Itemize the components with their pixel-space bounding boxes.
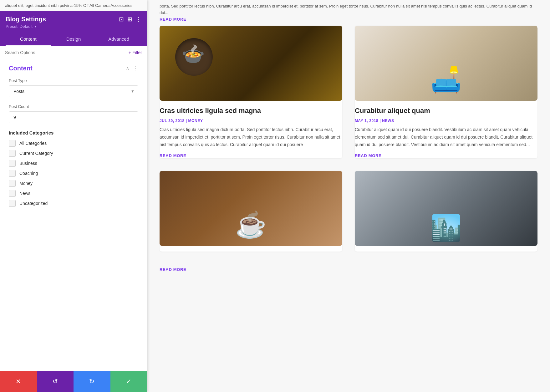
post-count-field: Post Count — [9, 104, 138, 123]
panel-top-bar: aliquet elit, eget tincidunt nibh pulvin… — [0, 0, 147, 11]
save-icon: ✓ — [126, 378, 131, 385]
bottom-read-more[interactable]: READ MORE — [160, 264, 186, 278]
blog-card-1-image — [160, 26, 342, 101]
columns-icon[interactable]: ⊞ — [127, 17, 132, 22]
preset-row[interactable]: Preset: Default ▼ — [6, 24, 141, 29]
blog-settings-header: Blog Settings ⊡ ⊞ ⋮ Preset: Default ▼ Co… — [0, 11, 147, 46]
blog-card-4-image — [355, 171, 537, 246]
blog-settings-title-text: Blog Settings — [6, 16, 46, 23]
blog-card-1-title: Cras ultricies ligula sed magna — [160, 106, 342, 115]
cancel-button[interactable]: ✕ — [0, 371, 37, 392]
blog-card-2-meta: Curabitur aliquet quam MAY 1, 2018 | NEW… — [355, 101, 537, 158]
checkbox-money[interactable] — [9, 180, 16, 187]
post-type-select-wrapper: Posts Pages Custom ▼ — [9, 85, 138, 97]
redo-icon: ↻ — [89, 378, 94, 385]
right-content: porta. Sed porttitor lectus nibh. Curabi… — [147, 0, 550, 392]
category-item-business: Business — [9, 160, 138, 167]
category-name-news: News — [19, 191, 30, 196]
left-panel: aliquet elit, eget tincidunt nibh pulvin… — [0, 0, 147, 392]
section-header-icons: ∧ ⋮ — [126, 65, 138, 71]
blog-card-1-date: JUL 30, 2018 | MONEY — [160, 119, 342, 123]
blog-card-2-excerpt: Curabitur aliquet quam id dui posuere bl… — [355, 126, 537, 148]
tabs-row: Content Design Advanced — [6, 33, 141, 46]
category-name-business: Business — [19, 161, 37, 166]
preset-label: Preset: Default — [6, 24, 33, 29]
category-item-coaching: Coaching — [9, 170, 138, 177]
category-item-news: News — [9, 190, 138, 197]
filter-label: + Filter — [129, 50, 142, 55]
more-icon[interactable]: ⋮ — [133, 65, 138, 71]
tab-advanced[interactable]: Advanced — [96, 33, 141, 46]
post-count-input[interactable] — [9, 111, 138, 123]
more-options-icon[interactable]: ⋮ — [136, 17, 141, 22]
blog-card-3-image — [160, 171, 342, 246]
checkbox-all-categories[interactable] — [9, 140, 16, 147]
square-icon[interactable]: ⊡ — [119, 17, 124, 22]
category-name-uncategorized: Uncategorized — [19, 201, 48, 206]
tab-content[interactable]: Content — [6, 33, 51, 46]
included-categories-field: Included Categories All Categories Curre… — [9, 130, 138, 207]
checkbox-news[interactable] — [9, 190, 16, 197]
blog-card-3-meta — [160, 246, 342, 252]
category-name-money: Money — [19, 181, 33, 186]
blog-card-2-date: MAY 1, 2018 | NEWS — [355, 119, 537, 123]
included-categories-label: Included Categories — [9, 130, 138, 135]
category-item-current: Current Category — [9, 150, 138, 157]
undo-button[interactable]: ↺ — [37, 371, 74, 392]
category-item-all: All Categories — [9, 140, 138, 147]
blog-grid: Cras ultricies ligula sed magna JUL 30, … — [160, 26, 537, 264]
save-button[interactable]: ✓ — [110, 371, 147, 392]
search-filter-row: + Filter — [0, 46, 147, 59]
post-type-field: Post Type Posts Pages Custom ▼ — [9, 78, 138, 97]
blog-card-2-title: Curabitur aliquet quam — [355, 106, 537, 115]
panel-body: Content ∧ ⋮ Post Type Posts Pages Custom… — [0, 59, 147, 371]
top-read-more[interactable]: READ MORE — [160, 17, 186, 22]
top-article-excerpt: porta. Sed porttitor lectus nibh. Curabi… — [160, 4, 532, 15]
content-section-label: Content — [9, 65, 33, 72]
blog-card-1-read-more[interactable]: READ MORE — [160, 153, 186, 158]
preset-dropdown-icon: ▼ — [34, 25, 37, 28]
blog-card-1-meta: Cras ultricies ligula sed magna JUL 30, … — [160, 101, 342, 158]
category-list: All Categories Current Category Business… — [9, 140, 138, 207]
blog-card-2-read-more[interactable]: READ MORE — [355, 153, 381, 158]
category-name-coaching: Coaching — [19, 171, 38, 176]
category-item-money: Money — [9, 180, 138, 187]
filter-button[interactable]: + Filter — [129, 50, 142, 55]
top-fade-text: porta. Sed porttitor lectus nibh. Curabi… — [160, 0, 537, 23]
blog-settings-title-row: Blog Settings ⊡ ⊞ ⋮ — [6, 16, 141, 23]
blog-card-1: Cras ultricies ligula sed magna JUL 30, … — [160, 26, 342, 158]
collapse-icon[interactable]: ∧ — [126, 65, 130, 71]
header-icons: ⊡ ⊞ ⋮ — [119, 17, 141, 22]
top-bar-text: aliquet elit, eget tincidunt nibh pulvin… — [5, 3, 132, 8]
checkbox-current-category[interactable] — [9, 150, 16, 157]
undo-icon: ↺ — [53, 378, 58, 385]
bottom-action-bar: ✕ ↺ ↻ ✓ — [0, 371, 147, 392]
checkbox-coaching[interactable] — [9, 170, 16, 177]
post-count-label: Post Count — [9, 104, 138, 109]
blog-card-1-excerpt: Cras ultricies ligula sed magna dictum p… — [160, 126, 342, 148]
search-input[interactable] — [5, 50, 126, 55]
post-type-label: Post Type — [9, 78, 138, 83]
category-item-uncategorized: Uncategorized — [9, 200, 138, 207]
checkbox-business[interactable] — [9, 160, 16, 167]
blog-card-2-image — [355, 26, 537, 101]
cancel-icon: ✕ — [16, 378, 21, 385]
blog-card-2: Curabitur aliquet quam MAY 1, 2018 | NEW… — [355, 26, 537, 158]
category-name-current: Current Category — [19, 151, 53, 156]
category-name-all: All Categories — [19, 141, 47, 146]
checkbox-uncategorized[interactable] — [9, 200, 16, 207]
redo-button[interactable]: ↻ — [74, 371, 110, 392]
content-section-header: Content ∧ ⋮ — [9, 65, 138, 72]
blog-card-3 — [160, 171, 342, 252]
blog-card-4 — [355, 171, 537, 252]
tab-design[interactable]: Design — [51, 33, 96, 46]
blog-card-4-meta — [355, 246, 537, 252]
post-type-select[interactable]: Posts Pages Custom — [9, 85, 138, 97]
